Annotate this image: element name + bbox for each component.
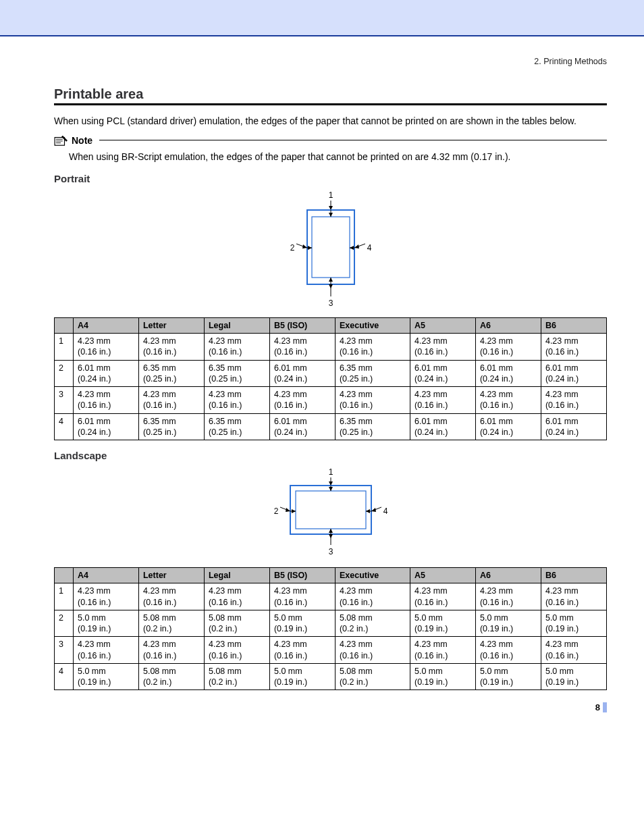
- margin-cell: 6.35 mm(0.25 in.): [204, 413, 269, 440]
- edge-cell: 2: [55, 360, 74, 387]
- diagram-label-4: 4: [383, 506, 387, 516]
- svg-marker-11: [302, 244, 307, 249]
- diagram-label-3: 3: [328, 547, 333, 556]
- table-header-row: A4LetterLegalB5 (ISO)ExecutiveA5A6B6: [55, 317, 607, 333]
- margin-cell: 4.23 mm(0.16 in.): [475, 583, 541, 610]
- table-row: 14.23 mm(0.16 in.)4.23 mm(0.16 in.)4.23 …: [55, 334, 607, 361]
- diagram-label-1: 1: [328, 190, 333, 200]
- margin-cell: 4.23 mm(0.16 in.): [138, 334, 204, 361]
- svg-rect-24: [290, 486, 371, 534]
- note-rule: [99, 140, 607, 140]
- margin-cell: 4.23 mm(0.16 in.): [204, 334, 269, 361]
- svg-marker-15: [354, 244, 359, 249]
- col-edge: [55, 317, 74, 333]
- col-a4: A4: [74, 568, 139, 583]
- margin-cell: 6.35 mm(0.25 in.): [204, 360, 269, 387]
- margin-cell: 4.23 mm(0.16 in.): [204, 387, 269, 414]
- margin-cell: 4.23 mm(0.16 in.): [410, 334, 475, 361]
- diagram-label-2: 2: [290, 243, 294, 253]
- edge-cell: 4: [55, 663, 74, 690]
- margin-cell: 4.23 mm(0.16 in.): [269, 637, 335, 664]
- table-row: 45.0 mm(0.19 in.)5.08 mm(0.2 in.)5.08 mm…: [55, 663, 607, 690]
- col-b5-iso-: B5 (ISO): [269, 317, 335, 333]
- note-icon: [54, 134, 69, 147]
- margin-cell: 5.08 mm(0.2 in.): [335, 663, 410, 690]
- col-letter: Letter: [138, 568, 204, 583]
- margin-cell: 6.01 mm(0.24 in.): [475, 413, 541, 440]
- col-edge: [55, 568, 74, 583]
- svg-marker-27: [329, 487, 333, 491]
- margin-cell: 4.23 mm(0.16 in.): [269, 387, 335, 414]
- diagram-label-3: 3: [328, 298, 333, 308]
- page-title: Printable area: [54, 86, 607, 102]
- margin-cell: 4.23 mm(0.16 in.): [138, 583, 204, 610]
- margin-cell: 5.0 mm(0.19 in.): [74, 663, 139, 690]
- margin-cell: 5.0 mm(0.19 in.): [541, 663, 606, 690]
- landscape-diagram: 1 2 4 3: [54, 467, 607, 563]
- margin-cell: 4.23 mm(0.16 in.): [335, 334, 410, 361]
- svg-marker-31: [292, 509, 296, 513]
- margin-cell: 4.23 mm(0.16 in.): [335, 637, 410, 664]
- table-row: 14.23 mm(0.16 in.)4.23 mm(0.16 in.)4.23 …: [55, 583, 607, 610]
- margin-cell: 4.23 mm(0.16 in.): [138, 637, 204, 664]
- margin-cell: 6.01 mm(0.24 in.): [269, 413, 335, 440]
- header-band: [0, 0, 644, 36]
- svg-rect-25: [296, 491, 366, 529]
- margin-cell: 6.01 mm(0.24 in.): [74, 413, 139, 440]
- margin-cell: 4.23 mm(0.16 in.): [475, 637, 541, 664]
- intro-text: When using PCL (standard driver) emulati…: [54, 115, 607, 128]
- svg-marker-17: [350, 246, 354, 250]
- margin-cell: 4.23 mm(0.16 in.): [475, 387, 541, 414]
- col-executive: Executive: [335, 568, 410, 583]
- col-legal: Legal: [204, 568, 269, 583]
- margin-cell: 4.23 mm(0.16 in.): [335, 583, 410, 610]
- svg-marker-35: [366, 509, 370, 513]
- margin-cell: 4.23 mm(0.16 in.): [410, 387, 475, 414]
- col-b5-iso-: B5 (ISO): [269, 568, 335, 583]
- margin-cell: 4.23 mm(0.16 in.): [74, 583, 139, 610]
- margin-cell: 5.08 mm(0.2 in.): [204, 610, 269, 637]
- edge-cell: 3: [55, 387, 74, 414]
- margin-cell: 4.23 mm(0.16 in.): [269, 583, 335, 610]
- margin-cell: 4.23 mm(0.16 in.): [410, 637, 475, 664]
- margin-cell: 4.23 mm(0.16 in.): [335, 387, 410, 414]
- margin-cell: 6.01 mm(0.24 in.): [269, 360, 335, 387]
- margin-cell: 5.0 mm(0.19 in.): [541, 610, 606, 637]
- margin-cell: 4.23 mm(0.16 in.): [410, 583, 475, 610]
- table-row: 34.23 mm(0.16 in.)4.23 mm(0.16 in.)4.23 …: [55, 637, 607, 664]
- col-a4: A4: [74, 317, 139, 333]
- col-b6: B6: [541, 317, 606, 333]
- margin-cell: 5.0 mm(0.19 in.): [475, 663, 541, 690]
- margin-cell: 6.01 mm(0.24 in.): [74, 360, 139, 387]
- margin-cell: 4.23 mm(0.16 in.): [74, 637, 139, 664]
- margin-cell: 6.01 mm(0.24 in.): [475, 360, 541, 387]
- margin-cell: 4.23 mm(0.16 in.): [541, 387, 606, 414]
- edge-cell: 2: [55, 610, 74, 637]
- col-letter: Letter: [138, 317, 204, 333]
- note-header: Note: [54, 134, 607, 147]
- breadcrumb: 2. Printing Methods: [54, 57, 607, 66]
- edge-cell: 3: [55, 637, 74, 664]
- table-header-row: A4LetterLegalB5 (ISO)ExecutiveA5A6B6: [55, 568, 607, 583]
- margin-cell: 5.0 mm(0.19 in.): [269, 610, 335, 637]
- margin-cell: 6.01 mm(0.24 in.): [410, 360, 475, 387]
- margin-cell: 5.0 mm(0.19 in.): [410, 610, 475, 637]
- col-a6: A6: [475, 317, 541, 333]
- margin-cell: 5.08 mm(0.2 in.): [204, 663, 269, 690]
- svg-marker-33: [371, 508, 376, 512]
- portrait-heading: Portrait: [54, 173, 607, 184]
- note-text: When using BR-Script emulation, the edge…: [69, 151, 607, 163]
- margin-cell: 5.08 mm(0.2 in.): [138, 663, 204, 690]
- svg-marker-37: [329, 529, 333, 533]
- col-executive: Executive: [335, 317, 410, 333]
- margin-cell: 4.23 mm(0.16 in.): [204, 583, 269, 610]
- edge-cell: 1: [55, 334, 74, 361]
- margin-cell: 5.0 mm(0.19 in.): [74, 610, 139, 637]
- margin-cell: 6.35 mm(0.25 in.): [335, 413, 410, 440]
- margin-cell: 4.23 mm(0.16 in.): [204, 637, 269, 664]
- table-row: 34.23 mm(0.16 in.)4.23 mm(0.16 in.)4.23 …: [55, 387, 607, 414]
- margin-cell: 5.0 mm(0.19 in.): [475, 610, 541, 637]
- table-row: 46.01 mm(0.24 in.)6.35 mm(0.25 in.)6.35 …: [55, 413, 607, 440]
- margin-cell: 4.23 mm(0.16 in.): [541, 637, 606, 664]
- table-row: 25.0 mm(0.19 in.)5.08 mm(0.2 in.)5.08 mm…: [55, 610, 607, 637]
